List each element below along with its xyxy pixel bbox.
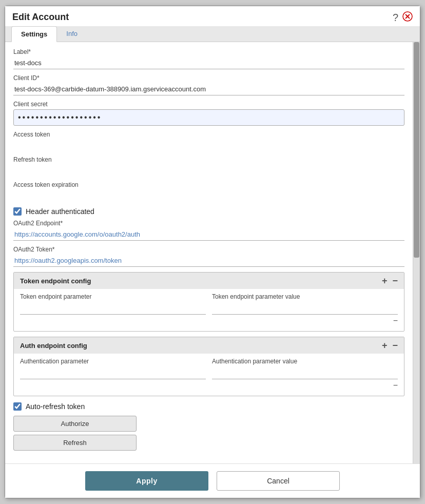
token-param-value-input[interactable] [212,302,398,315]
auth-param-value-input[interactable] [212,367,398,379]
dialog-title: Edit Account [12,12,69,23]
label-field-label: Label* [13,48,404,55]
refresh-token-field-group: Refresh token [13,156,404,176]
access-token-expiration-label: Access token expiration [13,181,404,188]
auth-endpoint-add-icon[interactable]: + [382,341,388,350]
auth-endpoint-title: Auth endpoint config [20,342,87,350]
oauth2-token-input[interactable] [13,255,404,267]
dialog-header: Edit Account ? [5,6,420,26]
token-endpoint-header: Token endpoint config + − [14,273,404,289]
apply-button[interactable]: Apply [85,471,208,491]
client-id-label: Client ID* [13,74,404,82]
token-param-col: Token endpoint parameter [20,293,206,325]
auth-endpoint-remove-icon[interactable]: − [392,341,398,350]
token-endpoint-fields: Token endpoint parameter Token endpoint … [20,293,398,325]
header-icons: ? [393,11,413,23]
auth-endpoint-section: Auth endpoint config + − Authentication … [13,337,404,396]
auto-refresh-label: Auto-refresh token [26,402,85,411]
token-row-remove-icon[interactable]: − [393,317,398,325]
edit-account-dialog: Edit Account ? Settings Info Label* [5,6,420,498]
action-buttons-group: Authorize Refresh [13,416,137,451]
token-param-input[interactable] [20,302,206,315]
auth-endpoint-body: Authentication parameter Authentication … [14,354,404,396]
token-endpoint-add-icon[interactable]: + [382,276,388,285]
token-endpoint-remove-icon[interactable]: − [392,276,398,285]
auth-param-col: Authentication parameter [20,358,206,390]
auth-param-value-label: Authentication parameter value [212,358,398,365]
auth-row-remove-icon[interactable]: − [393,381,398,390]
label-input[interactable] [13,57,404,69]
auth-endpoint-fields: Authentication parameter Authentication … [20,358,398,390]
oauth2-endpoint-input[interactable] [13,228,404,241]
oauth2-endpoint-label: OAuth2 Endpoint* [13,220,404,227]
auth-endpoint-header: Auth endpoint config + − [14,337,404,354]
authorize-button[interactable]: Authorize [13,416,137,432]
tabs-bar: Settings Info [5,26,420,42]
access-token-field-group: Access token [13,131,404,151]
auth-param-input[interactable] [20,367,206,379]
token-endpoint-section: Token endpoint config + − Token endpoint… [13,272,404,332]
auth-param-value-col: Authentication parameter value − [212,358,398,390]
label-field-group: Label* [13,48,404,69]
close-button[interactable] [402,11,413,23]
token-param-value-label: Token endpoint parameter value [212,293,398,300]
scrollbar-track [413,42,420,463]
header-authenticated-checkbox[interactable] [13,207,22,216]
client-secret-input[interactable] [13,109,404,126]
cancel-button[interactable]: Cancel [217,471,340,491]
oauth2-token-label: OAuth2 Token* [13,246,404,253]
header-authenticated-label: Header authenticated [26,207,94,216]
auth-endpoint-controls: + − [382,341,398,350]
token-endpoint-controls: + − [382,276,398,285]
header-authenticated-row: Header authenticated [13,207,404,216]
auto-refresh-row: Auto-refresh token [13,402,404,411]
refresh-token-label: Refresh token [13,156,404,163]
scrollbar-thumb[interactable] [414,42,419,258]
help-button[interactable]: ? [393,12,398,23]
client-secret-field-group: Client secret [13,101,404,126]
client-secret-label: Client secret [13,101,404,108]
tab-settings[interactable]: Settings [11,26,57,42]
token-endpoint-title: Token endpoint config [20,277,91,285]
oauth2-endpoint-field-group: OAuth2 Endpoint* [13,220,404,241]
auto-refresh-checkbox[interactable] [13,402,22,411]
token-param-label: Token endpoint parameter [20,293,206,300]
client-id-field-group: Client ID* [13,74,404,95]
token-param-value-col: Token endpoint parameter value − [212,293,398,325]
tab-info[interactable]: Info [57,26,87,42]
client-id-input[interactable] [13,83,404,95]
content-area: Label* Client ID* Client secret Access t… [5,42,420,463]
close-icon [402,11,413,22]
auth-param-label: Authentication parameter [20,358,206,365]
oauth2-token-field-group: OAuth2 Token* [13,246,404,267]
dialog-footer: Apply Cancel [5,463,420,498]
refresh-button[interactable]: Refresh [13,435,137,451]
scrollable-form: Label* Client ID* Client secret Access t… [5,42,413,463]
token-endpoint-body: Token endpoint parameter Token endpoint … [14,289,404,331]
access-token-expiration-field-group: Access token expiration [13,181,404,201]
access-token-label: Access token [13,131,404,138]
